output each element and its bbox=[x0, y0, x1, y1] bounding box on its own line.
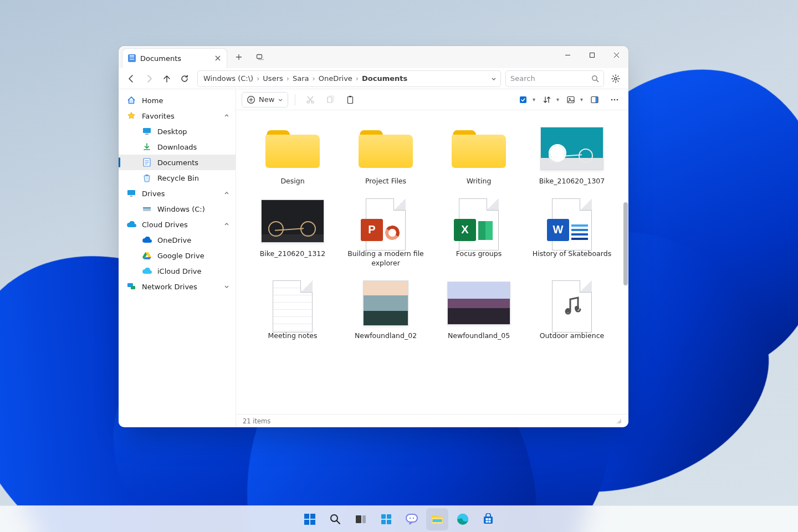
sidebar-item-label: Downloads bbox=[157, 143, 197, 151]
breadcrumb-item[interactable]: Users bbox=[263, 74, 283, 83]
content-area: New ▾ ▾ ▾ bbox=[236, 89, 628, 427]
sidebar-item-label: iCloud Drive bbox=[157, 267, 202, 275]
svg-point-15 bbox=[311, 101, 314, 103]
svg-rect-10 bbox=[143, 207, 151, 208]
svg-point-2 bbox=[592, 75, 597, 80]
chat-button[interactable] bbox=[401, 508, 423, 530]
chevron-up-icon bbox=[223, 221, 230, 228]
content-toolbar: New ▾ ▾ ▾ bbox=[236, 89, 628, 110]
sidebar: Home Favorites Desktop Downloads Documen… bbox=[119, 89, 236, 427]
svg-point-42 bbox=[410, 517, 411, 518]
drive-icon bbox=[142, 204, 152, 214]
svg-rect-33 bbox=[310, 520, 315, 525]
sidebar-item-label: Network Drives bbox=[142, 283, 197, 291]
breadcrumb-dropdown-icon[interactable] bbox=[490, 75, 497, 82]
sidebar-item-google-drive[interactable]: Google Drive bbox=[119, 248, 236, 263]
sort-dropdown[interactable]: ▾ bbox=[539, 91, 559, 108]
sidebar-item-windows-c[interactable]: Windows (C:) bbox=[119, 201, 236, 217]
copy-button[interactable] bbox=[322, 91, 339, 108]
close-button[interactable] bbox=[604, 46, 628, 64]
breadcrumb-item-current[interactable]: Documents bbox=[362, 74, 407, 83]
tab-overview-button[interactable] bbox=[250, 48, 269, 66]
sidebar-item-icloud[interactable]: iCloud Drive bbox=[119, 263, 236, 279]
refresh-button[interactable] bbox=[176, 70, 193, 87]
taskbar-search-button[interactable] bbox=[324, 508, 346, 530]
sidebar-item-documents[interactable]: Documents bbox=[119, 155, 236, 170]
taskbar-file-explorer[interactable] bbox=[426, 508, 448, 530]
new-tab-button[interactable] bbox=[229, 48, 248, 66]
svg-point-3 bbox=[615, 77, 617, 79]
item-label: Outdoor ambience bbox=[540, 331, 604, 341]
item-label: Focus groups bbox=[456, 249, 502, 259]
folder-item[interactable]: Project Files bbox=[341, 126, 431, 186]
scrollbar-thumb[interactable] bbox=[623, 202, 628, 285]
sidebar-section-favorites[interactable]: Favorites bbox=[119, 108, 236, 124]
tab-documents[interactable]: Documents bbox=[122, 48, 227, 68]
taskbar-edge[interactable] bbox=[452, 508, 474, 530]
image-item[interactable]: Bike_210620_1312 bbox=[248, 198, 337, 268]
svg-point-25 bbox=[614, 99, 616, 100]
settings-button[interactable] bbox=[607, 70, 624, 87]
start-button[interactable] bbox=[299, 508, 321, 530]
select-dropdown[interactable]: ▾ bbox=[515, 91, 535, 108]
file-item[interactable]: PBuilding a modern file explorer bbox=[341, 198, 431, 268]
search-input[interactable]: Search bbox=[505, 70, 604, 87]
recycle-bin-icon bbox=[142, 173, 152, 183]
item-count-label: 21 items bbox=[243, 417, 270, 425]
folder-item[interactable]: Writing bbox=[434, 126, 524, 186]
breadcrumb-item[interactable]: OneDrive bbox=[319, 74, 352, 83]
cut-button[interactable] bbox=[302, 91, 319, 108]
sidebar-item-home[interactable]: Home bbox=[119, 93, 236, 108]
details-pane-button[interactable] bbox=[586, 91, 603, 108]
download-icon bbox=[142, 142, 152, 152]
sidebar-item-desktop[interactable]: Desktop bbox=[119, 124, 236, 139]
status-bar: 21 items bbox=[236, 414, 628, 427]
breadcrumb[interactable]: Windows (C:\)› Users› Sara› OneDrive› Do… bbox=[197, 70, 501, 87]
sidebar-item-onedrive[interactable]: OneDrive bbox=[119, 232, 236, 248]
up-button[interactable] bbox=[158, 70, 175, 87]
task-view-button[interactable] bbox=[350, 508, 372, 530]
svg-rect-51 bbox=[486, 521, 488, 523]
image-item[interactable]: Newfoundland_05 bbox=[434, 280, 524, 341]
new-button[interactable]: New bbox=[242, 92, 288, 108]
file-item[interactable]: XFocus groups bbox=[434, 198, 524, 268]
back-button[interactable] bbox=[123, 70, 140, 87]
folder-item[interactable]: Design bbox=[248, 126, 337, 186]
svg-rect-17 bbox=[348, 96, 353, 103]
svg-point-34 bbox=[331, 515, 337, 521]
sidebar-item-label: Cloud Drives bbox=[142, 221, 188, 229]
sidebar-section-cloud[interactable]: Cloud Drives bbox=[119, 217, 236, 232]
tab-close-button[interactable] bbox=[213, 54, 222, 63]
file-grid[interactable]: Design Project Files Writing Bike_210620… bbox=[236, 110, 628, 414]
file-item[interactable]: WHistory of Skateboards bbox=[527, 198, 617, 268]
svg-rect-52 bbox=[489, 521, 491, 523]
item-label: Bike_210620_1307 bbox=[539, 177, 605, 186]
file-item[interactable]: Outdoor ambience bbox=[527, 280, 617, 341]
chevron-up-icon bbox=[223, 190, 230, 197]
svg-point-24 bbox=[611, 99, 613, 100]
file-item[interactable]: Meeting notes bbox=[248, 280, 337, 341]
sidebar-section-drives[interactable]: Drives bbox=[119, 186, 236, 201]
breadcrumb-item[interactable]: Windows (C:\) bbox=[203, 74, 253, 83]
sidebar-section-network[interactable]: Network Drives bbox=[119, 279, 236, 294]
svg-point-14 bbox=[307, 101, 309, 103]
svg-rect-23 bbox=[596, 96, 598, 103]
maximize-button[interactable] bbox=[580, 46, 604, 64]
image-item[interactable]: Newfoundland_02 bbox=[341, 280, 431, 341]
network-icon bbox=[126, 282, 136, 291]
image-item[interactable]: Bike_210620_1307 bbox=[527, 126, 617, 186]
svg-rect-8 bbox=[130, 196, 132, 197]
breadcrumb-item[interactable]: Sara bbox=[293, 74, 309, 83]
widgets-button[interactable] bbox=[375, 508, 397, 530]
sidebar-item-recycle-bin[interactable]: Recycle Bin bbox=[119, 170, 236, 186]
svg-rect-31 bbox=[310, 514, 315, 519]
paste-button[interactable] bbox=[342, 91, 359, 108]
svg-rect-41 bbox=[406, 514, 417, 522]
taskbar-store[interactable] bbox=[477, 508, 499, 530]
forward-button[interactable] bbox=[141, 70, 157, 87]
more-button[interactable] bbox=[606, 91, 623, 108]
resize-grip-icon[interactable] bbox=[616, 418, 622, 424]
sidebar-item-downloads[interactable]: Downloads bbox=[119, 139, 236, 155]
view-dropdown[interactable]: ▾ bbox=[562, 91, 583, 108]
minimize-button[interactable] bbox=[555, 46, 580, 64]
